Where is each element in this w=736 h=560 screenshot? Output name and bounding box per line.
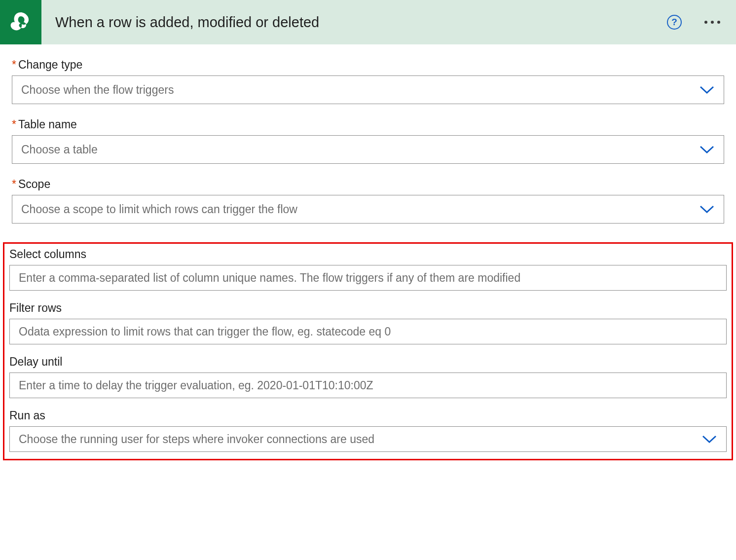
- select-columns-placeholder: Enter a comma-separated list of column u…: [19, 271, 717, 285]
- filter-rows-label: Filter rows: [9, 301, 727, 315]
- table-name-placeholder: Choose a table: [21, 143, 699, 156]
- field-run-as: Run as Choose the running user for steps…: [9, 409, 727, 452]
- delay-until-input[interactable]: Enter a time to delay the trigger evalua…: [9, 373, 727, 398]
- header-actions: ?: [667, 15, 722, 30]
- field-table-name: *Table name Choose a table: [12, 118, 724, 164]
- run-as-label: Run as: [9, 409, 727, 422]
- filter-rows-placeholder: Odata expression to limit rows that can …: [19, 325, 717, 338]
- delay-until-placeholder: Enter a time to delay the trigger evalua…: [19, 379, 717, 392]
- dataverse-logo-icon: [0, 0, 41, 44]
- scope-label: *Scope: [12, 178, 724, 191]
- field-delay-until: Delay until Enter a time to delay the tr…: [9, 355, 727, 398]
- run-as-placeholder: Choose the running user for steps where …: [19, 433, 701, 446]
- select-columns-label: Select columns: [9, 248, 727, 261]
- optional-fields-highlight: Select columns Enter a comma-separated l…: [3, 242, 733, 460]
- field-scope: *Scope Choose a scope to limit which row…: [12, 178, 724, 224]
- scope-placeholder: Choose a scope to limit which rows can t…: [21, 203, 699, 216]
- change-type-select[interactable]: Choose when the flow triggers: [12, 75, 724, 104]
- delay-until-label: Delay until: [9, 355, 727, 369]
- table-name-select[interactable]: Choose a table: [12, 135, 724, 164]
- run-as-select[interactable]: Choose the running user for steps where …: [9, 426, 727, 452]
- chevron-down-icon: [699, 204, 715, 214]
- trigger-title: When a row is added, modified or deleted: [41, 14, 667, 31]
- change-type-label-text: Change type: [18, 58, 82, 71]
- help-icon[interactable]: ?: [667, 15, 682, 30]
- trigger-header: When a row is added, modified or deleted…: [0, 0, 736, 44]
- field-change-type: *Change type Choose when the flow trigge…: [12, 58, 724, 104]
- filter-rows-input[interactable]: Odata expression to limit rows that can …: [9, 319, 727, 344]
- change-type-label: *Change type: [12, 58, 724, 72]
- table-name-label-text: Table name: [18, 118, 77, 131]
- chevron-down-icon: [701, 434, 717, 444]
- scope-label-text: Scope: [18, 178, 50, 190]
- field-filter-rows: Filter rows Odata expression to limit ro…: [9, 301, 727, 344]
- field-select-columns: Select columns Enter a comma-separated l…: [9, 248, 727, 291]
- more-menu-icon[interactable]: [702, 17, 722, 28]
- required-marker: *: [12, 58, 16, 71]
- chevron-down-icon: [699, 145, 715, 154]
- scope-select[interactable]: Choose a scope to limit which rows can t…: [12, 195, 724, 224]
- change-type-placeholder: Choose when the flow triggers: [21, 83, 699, 97]
- table-name-label: *Table name: [12, 118, 724, 131]
- required-marker: *: [12, 178, 16, 190]
- required-marker: *: [12, 118, 16, 131]
- chevron-down-icon: [699, 85, 715, 95]
- trigger-form: *Change type Choose when the flow trigge…: [0, 44, 736, 242]
- select-columns-input[interactable]: Enter a comma-separated list of column u…: [9, 265, 727, 291]
